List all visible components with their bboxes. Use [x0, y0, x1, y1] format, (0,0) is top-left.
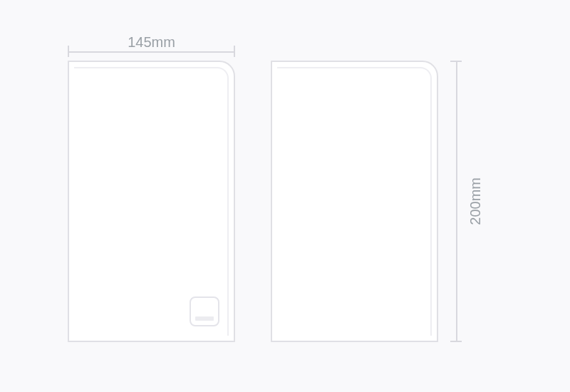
width-dimension-tick-right	[234, 46, 235, 57]
width-dimension-label: 145mm	[68, 34, 235, 51]
diagram-stage: 145mm 200mm	[0, 0, 570, 392]
notebook-back	[271, 61, 438, 342]
height-dimension-tick-bottom	[450, 341, 462, 342]
notebook-back-stitch	[277, 67, 432, 336]
width-dimension-tick-left	[68, 46, 69, 57]
notebook-front	[68, 61, 235, 342]
height-dimension-label-wrap: 200mm	[467, 61, 484, 342]
height-dimension-line	[456, 61, 457, 342]
height-dimension-label: 200mm	[467, 177, 484, 225]
brand-logo-icon	[190, 296, 219, 326]
width-dimension-line	[68, 51, 235, 53]
height-dimension-tick-top	[450, 61, 462, 62]
notebook-front-stitch	[74, 67, 229, 336]
